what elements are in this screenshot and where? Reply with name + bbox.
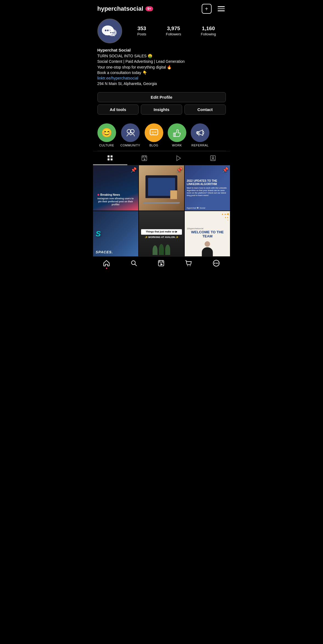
reels-icon	[141, 155, 148, 161]
secondary-buttons-row: Ad tools Insights Contact	[97, 104, 226, 115]
profile-top-row: 353 Posts 3,975 Followers 1,160 Followin…	[97, 19, 226, 43]
posts-grid: Breaking News Instagram now allowing use…	[93, 165, 230, 257]
highlight-referral-circle	[191, 123, 209, 142]
thumbsup-icon	[172, 128, 182, 138]
highlight-community-circle	[121, 123, 140, 142]
tab-reels[interactable]	[127, 151, 162, 165]
highlight-referral[interactable]: REFERRAL	[191, 123, 209, 147]
add-post-button[interactable]: +	[202, 4, 212, 14]
pin-icon: 📌	[176, 167, 182, 173]
tab-tagged[interactable]	[196, 151, 230, 165]
svg-rect-21	[108, 158, 109, 160]
ad-tools-button[interactable]: Ad tools	[97, 104, 139, 115]
highlight-blog[interactable]: BLOG	[145, 123, 163, 147]
bio-line-3: Your one-stop shop for everything digita…	[97, 65, 172, 69]
highlight-blog-circle	[145, 123, 163, 142]
contact-button[interactable]: Contact	[184, 104, 226, 115]
svg-point-7	[113, 32, 114, 33]
svg-point-42	[216, 263, 217, 264]
menu-icon	[218, 6, 225, 7]
highlight-work-label: WORK	[172, 144, 182, 147]
svg-rect-22	[111, 158, 113, 160]
nav-shop[interactable]	[185, 260, 192, 267]
post3-branding: Hyperchat 💬 Social	[187, 207, 205, 209]
post4-spaces-text: S	[96, 229, 101, 238]
shop-icon	[185, 260, 192, 267]
svg-rect-29	[210, 156, 215, 161]
smiley-icon: 😊	[101, 127, 112, 138]
svg-line-32	[135, 264, 137, 266]
highlight-culture[interactable]: 😊 CULTURE	[97, 123, 116, 147]
svg-point-39	[190, 265, 191, 266]
breaking-news-label: Breaking News	[100, 193, 120, 196]
highlight-work-circle	[168, 123, 186, 142]
header: hyperchatsocial 9+ +	[93, 0, 230, 16]
nav-home[interactable]	[103, 260, 110, 267]
posts-count: 353	[137, 25, 146, 32]
svg-point-5	[110, 32, 111, 33]
header-icons: +	[202, 4, 226, 14]
highlights-list: 😊 CULTURE COMMUNITY	[93, 123, 230, 147]
followers-label: Followers	[166, 32, 181, 36]
following-stat[interactable]: 1,160 Following	[201, 25, 216, 36]
bio-line-2: Social Content | Paid Advertising | Lead…	[97, 59, 185, 64]
grid-item[interactable]: 2022 UPDATES TO THE LINKEDIN ALGORITHM W…	[185, 165, 230, 211]
highlight-referral-label: REFERRAL	[191, 144, 209, 147]
post5-avalon: ✨ WORKING AT AVALON ✨	[141, 236, 182, 239]
highlight-culture-circle: 😊	[97, 123, 116, 142]
bottom-nav	[93, 256, 230, 271]
bio-text: TURN SOCIAL INTO SALES 🤑 Social Content …	[97, 53, 226, 87]
edit-profile-button[interactable]: Edit Profile	[97, 92, 226, 102]
posts-stat[interactable]: 353 Posts	[137, 25, 146, 36]
following-count: 1,160	[201, 25, 216, 32]
insights-button[interactable]: Insights	[141, 104, 182, 115]
nav-messages[interactable]	[212, 259, 220, 267]
svg-point-6	[112, 32, 113, 33]
grid-item[interactable]: Breaking News Instagram now allowing use…	[93, 165, 138, 211]
highlights-section: 😊 CULTURE COMMUNITY	[93, 121, 230, 151]
bio-link[interactable]: linktr.ee/hyperchatsocial	[97, 76, 138, 80]
svg-point-25	[143, 156, 144, 157]
post1-text: Instagram now allowing users to pin thei…	[97, 197, 134, 206]
highlight-blog-label: BLOG	[150, 144, 159, 147]
post4-label: SPACES.	[96, 250, 113, 254]
svg-point-35	[159, 261, 160, 262]
svg-point-31	[131, 261, 135, 265]
highlight-work[interactable]: WORK	[168, 123, 186, 147]
menu-button[interactable]	[217, 5, 226, 12]
tab-grid[interactable]	[93, 151, 127, 165]
svg-point-17	[203, 132, 204, 133]
grid-item[interactable]: Things that just make se ▶ ✨ WORKING AT …	[139, 211, 184, 256]
grid-item[interactable]: @hyperchatsocial WELCOME TO THE TEAM ▲▲◀…	[185, 211, 230, 256]
highlight-community[interactable]: COMMUNITY	[120, 123, 140, 147]
bio-line-4: Book a consultation today 👇	[97, 70, 147, 75]
svg-point-11	[152, 132, 153, 133]
profile-section: 353 Posts 3,975 Followers 1,160 Followin…	[93, 16, 230, 121]
svg-marker-27	[144, 158, 146, 160]
post5-text: Things that just make se ▶	[141, 229, 182, 235]
svg-rect-19	[108, 155, 109, 157]
svg-point-36	[162, 261, 163, 262]
grid-item[interactable]: S SPACES.	[93, 211, 138, 256]
avatar[interactable]	[97, 19, 122, 43]
grid-item[interactable]: 📌	[139, 165, 184, 211]
red-dot-icon	[97, 194, 99, 196]
bio-address: 294 N Main St, Alpharetta, Georgia	[97, 81, 157, 86]
highlight-culture-label: CULTURE	[99, 144, 114, 147]
post3-headline: 2022 UPDATES TO THE LINKEDIN ALGORITHM	[187, 179, 228, 186]
plus-icon: +	[205, 6, 208, 12]
followers-stat[interactable]: 3,975 Followers	[166, 25, 181, 36]
svg-point-16	[203, 131, 204, 132]
svg-point-18	[203, 133, 204, 134]
tabs-section	[93, 151, 230, 165]
svg-point-30	[212, 157, 214, 158]
tab-play[interactable]	[162, 151, 196, 165]
svg-point-43	[217, 263, 218, 264]
search-icon	[130, 260, 137, 267]
nav-search[interactable]	[130, 260, 137, 267]
notification-badge[interactable]: 9+	[145, 6, 153, 11]
home-icon	[103, 260, 110, 267]
svg-point-41	[214, 263, 215, 264]
nav-reels[interactable]	[158, 260, 165, 267]
following-label: Following	[201, 32, 216, 36]
